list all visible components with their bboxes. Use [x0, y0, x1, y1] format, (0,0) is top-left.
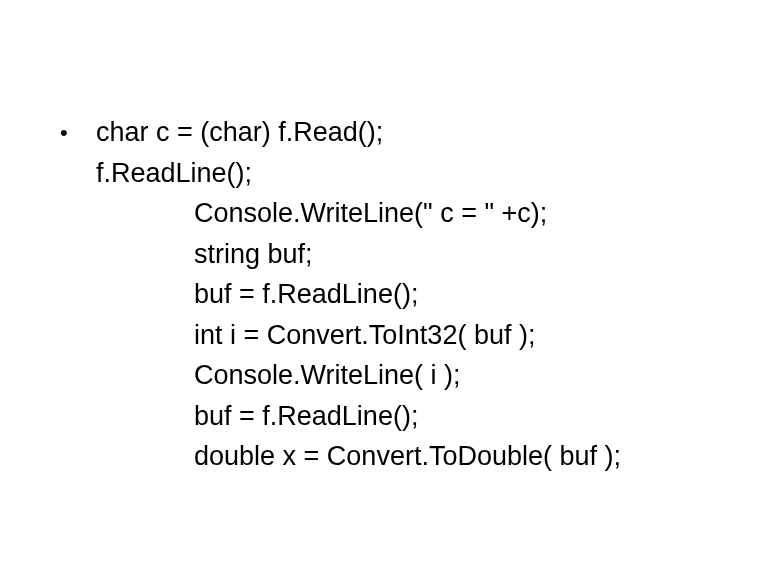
code-line: string buf; — [96, 234, 768, 275]
code-content: char c = (char) f.Read(); f.ReadLine(); … — [96, 112, 768, 477]
code-line: int i = Convert.ToInt32( buf ); — [96, 315, 768, 356]
code-line: Console.WriteLine( i ); — [96, 355, 768, 396]
code-line: Console.WriteLine(" c = " +c); — [96, 193, 768, 234]
code-line: f.ReadLine(); — [96, 153, 768, 194]
code-line: char c = (char) f.Read(); — [96, 112, 768, 153]
bullet-icon: • — [60, 112, 96, 149]
code-line: buf = f.ReadLine(); — [96, 274, 768, 315]
code-line: double x = Convert.ToDouble( buf ); — [96, 436, 768, 477]
code-line: buf = f.ReadLine(); — [96, 396, 768, 437]
code-block: • char c = (char) f.Read(); f.ReadLine()… — [60, 112, 768, 477]
